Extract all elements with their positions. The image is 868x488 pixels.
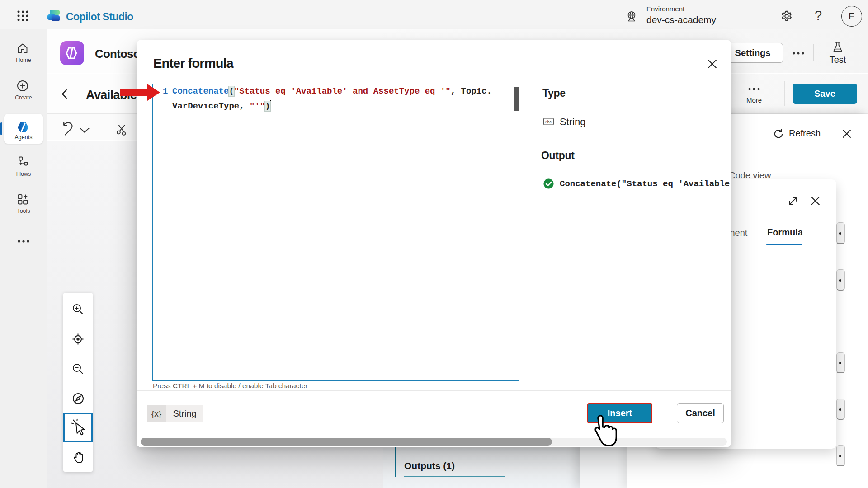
svg-text:Abc: Abc — [545, 120, 552, 124]
